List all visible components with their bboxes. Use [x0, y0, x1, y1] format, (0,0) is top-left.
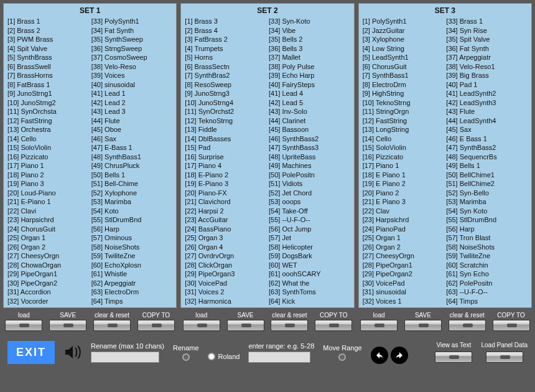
patch-item[interactable]: [8] FatBrass 1 — [7, 80, 89, 90]
rename-input[interactable] — [91, 352, 159, 363]
patch-item[interactable]: [20] Loud-Piano — [7, 189, 89, 198]
load-button[interactable] — [183, 320, 220, 331]
rename-button[interactable] — [182, 353, 190, 361]
patch-item[interactable]: [53] Marimba — [446, 197, 528, 207]
patch-item[interactable]: [33] Brass 1 — [446, 17, 528, 26]
patch-item[interactable]: [6] ChorusGuit — [363, 62, 444, 72]
patch-item[interactable]: [3] Xylophone — [363, 35, 444, 44]
patch-item[interactable]: [38] Poly Pulse — [269, 62, 350, 72]
patch-item[interactable]: [52] Xylophone — [91, 189, 173, 198]
patch-item[interactable]: [52] Jet Chord — [269, 189, 350, 198]
patch-item[interactable]: [20] Piano-FX — [185, 189, 266, 198]
view-as-text-button[interactable] — [435, 352, 472, 363]
patch-item[interactable]: [51] Bell-Chime — [91, 179, 173, 189]
patch-item[interactable]: [60] WET — [269, 261, 350, 270]
patch-item[interactable]: [59] TwiliteZne — [91, 251, 173, 261]
patch-item[interactable]: [26] Organ 2 — [363, 243, 444, 252]
patch-item[interactable]: [64] Timps — [446, 297, 528, 306]
patch-item[interactable]: [6] BrassSectn — [185, 62, 266, 72]
patch-item[interactable]: [32] Vocorder — [7, 297, 89, 306]
patch-item[interactable]: [48] SynthBass1 — [91, 152, 173, 162]
patch-item[interactable]: [50] PolePositn — [269, 170, 350, 180]
patch-item[interactable]: [12] FastString — [7, 116, 89, 126]
patch-item[interactable]: [34] Fat Synth — [91, 26, 173, 35]
patch-item[interactable]: [6] BrassSwell — [7, 62, 89, 72]
patch-item[interactable]: [18] E-Piano 2 — [185, 170, 266, 180]
patch-item[interactable]: [36] Fat Synth — [446, 44, 528, 54]
patch-item[interactable]: [58] NoiseShots — [91, 243, 173, 252]
patch-item[interactable]: [59] DogsBark — [269, 251, 350, 261]
patch-item[interactable]: [45] Bassoon — [269, 125, 350, 134]
patch-item[interactable]: [60] Scratchin — [446, 261, 528, 270]
patch-item[interactable]: [46] E Bass 1 — [446, 134, 528, 144]
range-input[interactable] — [248, 352, 310, 363]
patch-item[interactable]: [21] E Piano 3 — [363, 197, 444, 207]
redo-button[interactable] — [391, 347, 408, 364]
patch-item[interactable]: [62] PolePositn — [446, 279, 528, 288]
patch-item[interactable]: [43] Flute — [446, 107, 528, 116]
roland-radio[interactable] — [208, 353, 215, 360]
patch-item[interactable]: [16] Pizzicato — [363, 152, 444, 162]
patch-item[interactable]: [37] CosmoSweep — [91, 53, 173, 62]
patch-item[interactable]: [19] E-Piano 3 — [185, 179, 266, 189]
patch-item[interactable]: [17] Piano 4 — [185, 161, 266, 170]
patch-item[interactable]: [41] LeadSynth2 — [446, 89, 528, 98]
patch-item[interactable]: [40] Pad 1 — [446, 80, 528, 90]
patch-item[interactable]: [25] Organ 3 — [185, 233, 266, 243]
patch-item[interactable]: [40] FairySteps — [269, 80, 350, 90]
patch-item[interactable]: [5] Horns — [185, 53, 266, 62]
patch-item[interactable]: [2] Brass 2 — [7, 26, 89, 35]
speaker-icon[interactable] — [63, 344, 82, 360]
patch-item[interactable]: [51] BellChime2 — [446, 179, 528, 189]
patch-item[interactable]: [54] Syn Koto — [446, 207, 528, 216]
patch-item[interactable]: [21] Clavichord — [185, 197, 266, 207]
patch-item[interactable]: [43] Lead 3 — [91, 107, 173, 116]
patch-item[interactable]: [27] CheesyOrgn — [7, 251, 89, 261]
patch-item[interactable]: [10] JunoStrng2 — [7, 98, 89, 108]
patch-item[interactable]: [37] Arpeggiatr — [446, 53, 528, 62]
patch-item[interactable]: [5] LeadSynth1 — [363, 53, 444, 62]
patch-item[interactable]: [50] Bells 1 — [91, 170, 173, 180]
patch-item[interactable]: [54] Koto — [91, 207, 173, 216]
patch-item[interactable]: [45] Sax — [446, 125, 528, 134]
patch-item[interactable]: [55] StlDrumBnd — [446, 215, 528, 225]
patch-item[interactable]: [20] Piano 2 — [363, 189, 444, 198]
patch-item[interactable]: [22] Clav — [363, 207, 444, 216]
patch-item[interactable]: [31] Accordion — [7, 287, 89, 297]
patch-item[interactable]: [1] Brass 1 — [7, 17, 89, 26]
patch-item[interactable]: [27] CheesyOrgn — [363, 251, 444, 261]
patch-item[interactable]: [3] FatBrass 2 — [185, 35, 266, 44]
patch-item[interactable]: [12] FastString — [363, 116, 444, 126]
patch-item[interactable]: [37] Mallet — [269, 53, 350, 62]
patch-item[interactable]: [35] SynthSweep — [91, 35, 173, 44]
patch-item[interactable]: [29] PipeOrgan3 — [185, 269, 266, 279]
patch-item[interactable]: [42] LeadSynth3 — [446, 98, 528, 108]
patch-item[interactable]: [49] Bells 1 — [446, 161, 528, 170]
patch-item[interactable]: [46] Sax — [91, 134, 173, 144]
patch-item[interactable]: [55] StlDrumBnd — [91, 215, 173, 225]
patch-item[interactable]: [36] Bells 3 — [269, 44, 350, 54]
patch-item[interactable]: [61] ooohSCARY — [269, 269, 350, 279]
patch-item[interactable]: [27] OvrdrvOrgn — [185, 251, 266, 261]
patch-item[interactable]: [33] PolySynth1 — [91, 17, 173, 26]
patch-item[interactable]: [41] Lead 4 — [269, 89, 350, 98]
patch-item[interactable]: [9] JunoStrng3 — [185, 89, 266, 98]
patch-item[interactable]: [60] EchoXplosn — [91, 261, 173, 270]
patch-item[interactable]: [63] SynthToms — [269, 287, 350, 297]
patch-item[interactable]: [35] Spit Valve — [446, 35, 528, 44]
clear-reset-button[interactable] — [449, 320, 486, 331]
patch-item[interactable]: [43] Inv-Solo — [269, 107, 350, 116]
patch-item[interactable]: [11] SynOrchsta — [7, 107, 89, 116]
load-button[interactable] — [5, 320, 42, 331]
patch-item[interactable]: [51] Vidiots — [269, 179, 350, 189]
patch-item[interactable]: [30] VoicePad — [185, 279, 266, 288]
move-range-button[interactable] — [338, 353, 346, 361]
patch-item[interactable]: [23] Harpsichrd — [363, 215, 444, 225]
patch-item[interactable]: [24] ChorusGuit — [7, 225, 89, 234]
patch-item[interactable]: [48] SequencrBs — [446, 152, 528, 162]
patch-item[interactable]: [29] PipeOrgan1 — [7, 269, 89, 279]
patch-item[interactable]: [56] Harp — [91, 225, 173, 234]
patch-item[interactable]: [61] Syn Echo — [446, 269, 528, 279]
patch-item[interactable]: [13] Orchestra — [7, 125, 89, 134]
patch-item[interactable]: [63] --U-F-O-- — [446, 287, 528, 297]
